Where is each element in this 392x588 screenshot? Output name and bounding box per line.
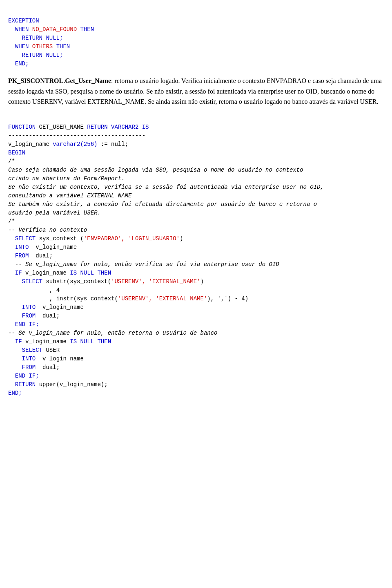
exception-keyword: EXCEPTION — [8, 18, 39, 24]
if2-isnull: IS NULL — [70, 338, 94, 345]
if1-isnull: IS NULL — [70, 270, 94, 276]
no-data-found-keyword: NO_DATA_FOUND — [32, 26, 77, 33]
varchar2-type: VARCHAR2 — [111, 124, 138, 130]
prose-description: PK_SISCONTROL.Get_User_Name: retorna o u… — [8, 76, 384, 107]
comment-line-6: usuário pela variável USER. — [8, 210, 101, 216]
end-keyword-top: END; — [15, 60, 29, 67]
function-keyword: FUNCTION — [8, 124, 36, 130]
from1-table: dual; — [29, 253, 53, 259]
end-keyword-bottom: END; — [8, 390, 22, 396]
return-type — [108, 124, 111, 130]
inline-comment-3: -- Se v_login_name for nulo, então retor… — [8, 330, 217, 336]
exception-block: EXCEPTION WHEN NO_DATA_FOUND THEN RETURN… — [8, 8, 384, 68]
function-name-bold: PK_SISCONTROL.Get_User_Name — [8, 77, 111, 84]
return-keyword-sig: RETURN — [87, 124, 107, 130]
select3-user: USER — [42, 347, 60, 353]
select2-args2: 'USERENV', 'EXTERNAL_NAME' — [118, 295, 207, 302]
var-name: v_login_name — [8, 141, 53, 148]
function-code-block: FUNCTION GET_USER_NAME RETURN VARCHAR2 I… — [8, 114, 384, 398]
select1-func: sys_context ( — [36, 235, 84, 242]
var-type: varchar2(256) — [53, 141, 97, 148]
comment-line-4: consultando a variável EXTERNAL_NAME — [8, 192, 131, 199]
into1-keyword: INTO — [15, 244, 29, 250]
var-assign: := null; — [97, 141, 128, 148]
from3-keyword: FROM — [22, 364, 36, 371]
select2-args1: 'USERENV', 'EXTERNAL_NAME' — [111, 278, 200, 285]
select1-args: 'ENVPADRAO', 'LOGIN_USUARIO' — [84, 235, 180, 242]
then-keyword-2: THEN — [53, 43, 70, 50]
if2-keyword: IF — [15, 338, 22, 345]
comment-line-2: criado na abertura do Form/Report. — [8, 175, 125, 182]
select1-close: ) — [180, 235, 183, 242]
when-keyword-2: WHEN — [15, 43, 32, 50]
return-expr: upper(v_login_name); — [36, 381, 107, 388]
comment-open-1: /* — [8, 158, 15, 165]
select2-close2: ), ',') - 4) — [207, 295, 248, 302]
divider: ---------------------------------------- — [8, 132, 145, 139]
select2-comma: , 4 — [49, 287, 60, 293]
select2-close1: ) — [200, 278, 204, 285]
select2-keyword: SELECT — [22, 278, 42, 285]
if2-var: v_login_name — [22, 338, 70, 345]
select1-keyword: SELECT — [15, 235, 36, 242]
into2-keyword: INTO — [22, 304, 36, 311]
others-keyword: OTHERS — [32, 43, 53, 50]
from3-table: dual; — [36, 364, 60, 371]
from2-table: dual; — [36, 313, 60, 319]
into3-keyword: INTO — [22, 355, 36, 362]
is-keyword: IS — [138, 124, 149, 130]
into3-var: v_login_name — [36, 355, 84, 362]
return-null-1: RETURN NULL; — [22, 35, 63, 41]
if2-then: THEN — [94, 338, 111, 345]
prose-paragraph-1: PK_SISCONTROL.Get_User_Name: retorna o u… — [8, 76, 384, 107]
from1-keyword: FROM — [15, 253, 29, 259]
into2-var: v_login_name — [36, 304, 84, 311]
if1-then: THEN — [94, 270, 111, 276]
begin-keyword: BEGIN — [8, 150, 25, 156]
if1-keyword: IF — [15, 270, 22, 276]
function-name: GET_USER_NAME — [36, 124, 87, 130]
comment-line-1: Caso seja chamado de uma sessão logada v… — [8, 167, 303, 173]
comment-open-2: /* — [8, 218, 15, 225]
into1-var: v_login_name — [29, 244, 77, 250]
inline-comment-1: -- Verifica no contexto — [8, 227, 87, 233]
select2-instr-pre: , instr(sys_context( — [49, 295, 118, 302]
comment-line-5: Se também não existir, a conexão foi efe… — [8, 201, 317, 208]
from2-keyword: FROM — [22, 313, 36, 319]
select2-func: substr(sys_context( — [42, 278, 111, 285]
return-null-2: RETURN NULL; — [22, 52, 63, 58]
return-keyword-end: RETURN — [15, 381, 36, 388]
select3-keyword: SELECT — [22, 347, 42, 353]
then-keyword-1: THEN — [77, 26, 94, 33]
when-keyword-1: WHEN — [15, 26, 32, 33]
comment-line-3: Se não existir um contexto, verifica se … — [8, 184, 324, 190]
inline-comment-2: -- Se v_login_name for nulo, então verif… — [15, 261, 279, 268]
endif1: END IF; — [15, 321, 39, 328]
endif2: END IF; — [15, 373, 39, 379]
if1-var: v_login_name — [22, 270, 70, 276]
